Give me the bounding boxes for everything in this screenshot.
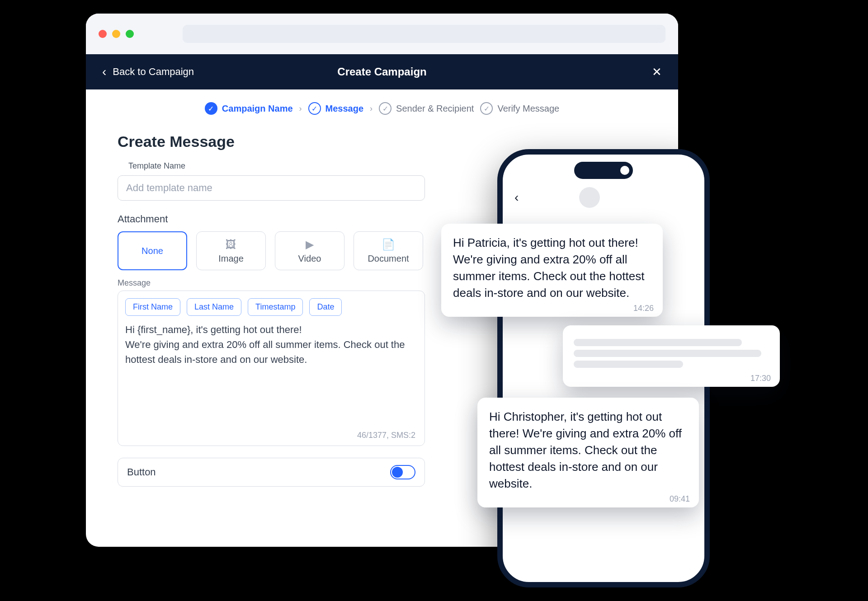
preview-inbound-bubble: 17:30 bbox=[563, 325, 780, 387]
bubble-text: Hi Patricia, it's getting hot out there!… bbox=[453, 235, 651, 301]
skeleton-line bbox=[574, 350, 761, 357]
bubble-time: 17:30 bbox=[750, 374, 771, 383]
attachment-none[interactable]: None bbox=[118, 231, 187, 270]
video-icon bbox=[306, 238, 314, 251]
preview-bubble-2: Hi Christopher, it's getting hot out the… bbox=[477, 398, 699, 507]
back-label: Back to Campaign bbox=[113, 66, 194, 78]
message-textarea[interactable] bbox=[125, 322, 417, 426]
step-label: Message bbox=[326, 103, 364, 114]
step-campaign-name[interactable]: Campaign Name bbox=[205, 102, 293, 115]
browser-chrome bbox=[86, 14, 678, 54]
close-button[interactable] bbox=[652, 65, 662, 79]
window-max-dot[interactable] bbox=[126, 30, 134, 38]
header-title: Create Campaign bbox=[337, 66, 426, 78]
button-toggle-row: Button bbox=[118, 458, 425, 487]
bubble-time: 09:41 bbox=[670, 494, 690, 504]
avatar bbox=[579, 187, 600, 208]
attachment-video[interactable]: Video bbox=[275, 231, 344, 270]
chip-date[interactable]: Date bbox=[309, 298, 342, 316]
phone-notch bbox=[574, 162, 633, 179]
check-icon bbox=[379, 102, 392, 115]
chip-timestamp[interactable]: Timestamp bbox=[248, 298, 303, 316]
step-label: Campaign Name bbox=[222, 103, 293, 114]
bubble-time: 14:26 bbox=[633, 304, 654, 313]
step-verify-message[interactable]: Verify Message bbox=[480, 102, 559, 115]
window-controls bbox=[99, 30, 134, 38]
chevron-right-icon bbox=[299, 104, 302, 113]
template-name-input[interactable] bbox=[118, 175, 425, 201]
button-toggle-label: Button bbox=[127, 466, 156, 478]
image-icon bbox=[226, 238, 236, 251]
back-to-campaign-button[interactable]: Back to Campaign bbox=[102, 65, 194, 79]
page-title: Create Message bbox=[118, 133, 646, 150]
skeleton-line bbox=[574, 361, 683, 368]
attachment-option-label: Image bbox=[218, 254, 244, 264]
attachment-option-label: Document bbox=[368, 254, 409, 264]
step-label: Sender & Recipient bbox=[396, 103, 474, 114]
attachment-option-label: None bbox=[142, 246, 163, 256]
chevron-right-icon bbox=[370, 104, 373, 113]
attachment-image[interactable]: Image bbox=[196, 231, 266, 270]
step-label: Verify Message bbox=[497, 103, 559, 114]
preview-bubble-1: Hi Patricia, it's getting hot out there!… bbox=[441, 224, 663, 317]
check-icon bbox=[480, 102, 493, 115]
phone-header bbox=[514, 187, 693, 208]
chip-first-name[interactable]: First Name bbox=[125, 298, 180, 316]
skeleton-line bbox=[574, 339, 742, 346]
check-icon bbox=[205, 102, 217, 115]
message-editor: First Name Last Name Timestamp Date 46/1… bbox=[118, 291, 425, 446]
chip-last-name[interactable]: Last Name bbox=[187, 298, 241, 316]
attachment-option-label: Video bbox=[298, 254, 321, 264]
step-message[interactable]: Message bbox=[308, 102, 364, 115]
window-min-dot[interactable] bbox=[112, 30, 120, 38]
button-toggle[interactable] bbox=[390, 465, 415, 479]
phone-back-icon[interactable] bbox=[514, 190, 519, 205]
stepper: Campaign Name Message Sender & Recipient… bbox=[86, 89, 678, 119]
bubble-text: Hi Christopher, it's getting hot out the… bbox=[489, 408, 687, 492]
url-bar[interactable] bbox=[183, 25, 665, 43]
window-close-dot[interactable] bbox=[99, 30, 107, 38]
merge-chips: First Name Last Name Timestamp Date bbox=[125, 298, 417, 316]
step-sender-recipient[interactable]: Sender & Recipient bbox=[379, 102, 474, 115]
check-icon bbox=[308, 102, 321, 115]
message-counter: 46/1377, SMS:2 bbox=[125, 428, 417, 441]
document-icon bbox=[382, 238, 395, 251]
app-header: Back to Campaign Create Campaign bbox=[86, 54, 678, 89]
attachment-document[interactable]: Document bbox=[354, 231, 423, 270]
chevron-left-icon bbox=[102, 65, 106, 79]
